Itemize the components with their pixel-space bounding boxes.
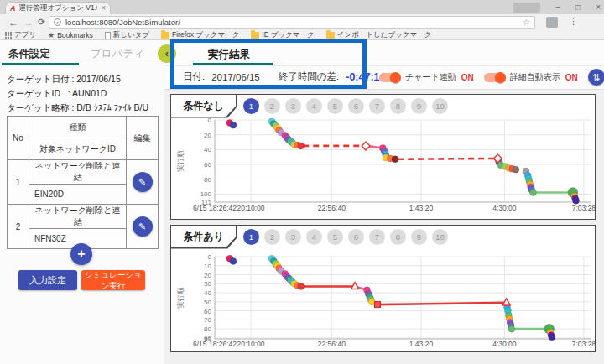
swap-order-button[interactable]: ⇅ [588, 69, 604, 86]
panel-tab-with-condition: 条件あり [170, 225, 237, 249]
window-close-button[interactable]: × [596, 3, 601, 12]
diff-label: 終了時間の差: [279, 70, 339, 83]
page-button-1[interactable]: 1 [243, 229, 259, 245]
svg-text:6/15 18:26:42: 6/15 18:26:42 [193, 204, 237, 212]
svg-text:20:10:00: 20:10:00 [237, 204, 264, 212]
back-icon[interactable]: ← [8, 17, 18, 29]
page-button-5[interactable]: 5 [327, 98, 343, 114]
browser-tab[interactable]: A 運行管理オプション V1.0.0 × [5, 2, 111, 14]
page-button-4[interactable]: 4 [306, 229, 322, 245]
window-minimize-button[interactable]: − [555, 3, 560, 12]
svg-text:70: 70 [204, 316, 211, 324]
reload-icon[interactable]: ⟳ [38, 17, 45, 28]
sidebar-tabs: 条件設定 プロパティ [0, 40, 164, 65]
page-button-1[interactable]: 1 [243, 98, 259, 114]
toggle-knob [495, 72, 506, 83]
svg-text:50: 50 [204, 299, 211, 306]
page-button-8[interactable]: 8 [390, 229, 406, 245]
collapse-sidebar-button[interactable]: ‹ [158, 44, 176, 63]
profile-button[interactable] [513, 3, 540, 13]
bookmark-bookmarks[interactable]: ★ Bookmarks [48, 31, 93, 39]
toggle-knob [390, 72, 401, 83]
results-header: ‹ 実行結果 日付: 2017/06/15 終了時間の差: -0:47:14 チ… [164, 40, 604, 90]
window-restore-button[interactable]: □ [575, 3, 581, 12]
add-condition-button[interactable]: + [70, 243, 92, 265]
condition-table: No 種類 編集 対象ネットワークID 1 ネットワーク削除と連結 ✎ EIN2… [7, 116, 159, 249]
site-info-icon[interactable]: i [54, 18, 61, 26]
date-label: 日付: [183, 70, 205, 83]
page-button-2[interactable]: 2 [264, 98, 280, 114]
edit-row-1-button[interactable]: ✎ [133, 172, 153, 192]
page-button-9[interactable]: 9 [411, 229, 427, 245]
input-settings-button[interactable]: 入力設定 [18, 270, 77, 290]
page-button-7[interactable]: 7 [369, 98, 385, 114]
svg-text:20:10:00: 20:10:00 [237, 340, 264, 348]
bookmark-folder-ie[interactable]: IE ブックマーク [251, 30, 314, 40]
active-tab-underline [2, 63, 79, 65]
page-button-10[interactable]: 10 [432, 229, 448, 245]
detail-auto-state: ON [565, 73, 578, 82]
target-abbr-value: D/B ｼｽﾃﾑ ﾌｧｲﾙ B/U [76, 102, 148, 112]
detail-auto-label: 詳細自動表示 [510, 71, 560, 83]
header-divider [164, 65, 604, 66]
panel-tab-no-condition: 条件なし [170, 94, 237, 118]
bookmark-star-icon[interactable]: ☆ [523, 18, 530, 27]
run-simulation-button[interactable]: シミュレーション実行 [81, 270, 145, 290]
page-button-10[interactable]: 10 [432, 98, 448, 114]
pager-with-condition: 12345678910 [243, 229, 448, 245]
pencil-icon: ✎ [138, 177, 146, 187]
folder-icon [326, 32, 335, 39]
bookmark-folder-firefox[interactable]: Firefox ブックマーク [161, 30, 239, 40]
chart-with-condition[interactable]: 0102030405060708090916/15 18:26:4220:10:… [173, 249, 595, 351]
plus-icon: + [77, 247, 85, 261]
page-button-4[interactable]: 4 [306, 98, 322, 114]
page-button-8[interactable]: 8 [390, 98, 406, 114]
edit-row-2-button[interactable]: ✎ [133, 216, 153, 237]
tab-properties[interactable]: プロパティ [91, 47, 144, 61]
forward-icon[interactable]: → [23, 17, 34, 29]
svg-text:0: 0 [208, 253, 212, 261]
condition-sidebar: 条件設定 プロパティ ターゲット日付 : 2017/06/15 ターゲットID … [0, 40, 164, 364]
tab-close-icon[interactable]: × [101, 4, 106, 13]
svg-text:0: 0 [208, 118, 212, 124]
svg-text:7:03:28: 7:03:28 [572, 204, 595, 212]
svg-text:20: 20 [204, 272, 211, 279]
extension-icon[interactable] [546, 17, 558, 28]
page-button-3[interactable]: 3 [285, 98, 301, 114]
page-button-6[interactable]: 6 [348, 98, 364, 114]
svg-text:100: 100 [200, 190, 212, 198]
col-header-edit: 編集 [127, 117, 159, 160]
page-button-9[interactable]: 9 [411, 98, 427, 114]
col-header-type: 種類 [29, 117, 127, 138]
address-bar[interactable]: i localhost:8080/JobNetSimulator/ ☆ [49, 16, 535, 29]
target-date-row: ターゲット日付 : 2017/06/15 [7, 72, 161, 86]
tab-condition-settings[interactable]: 条件設定 [8, 47, 50, 61]
chevron-left-icon: ‹ [165, 47, 169, 60]
tab-execution-results[interactable]: 実行結果 [208, 48, 250, 62]
browser-menu-icon[interactable]: ⋮ [569, 16, 578, 27]
page-button-3[interactable]: 3 [285, 229, 301, 245]
svg-text:40: 40 [204, 289, 211, 297]
svg-text:60: 60 [204, 161, 211, 169]
page-button-7[interactable]: 7 [369, 229, 385, 245]
page-button-2[interactable]: 2 [264, 229, 280, 245]
bookmark-folder-imported[interactable]: インポートしたブックマーク [326, 30, 432, 40]
swap-vertical-icon: ⇅ [592, 72, 600, 82]
svg-text:30: 30 [204, 280, 211, 288]
browser-toolbar: ← → ⟳ i localhost:8080/JobNetSimulator/ … [0, 14, 604, 31]
folder-icon [251, 32, 259, 39]
screen: A 運行管理オプション V1.0.0 × − □ × ← → ⟳ i local… [0, 0, 604, 364]
row-1-network: EIN20D [29, 185, 127, 205]
svg-text:7:03:28: 7:03:28 [572, 340, 595, 348]
bookmark-apps[interactable]: アプリ [5, 30, 36, 40]
chart-link-toggle[interactable] [379, 73, 400, 82]
bookmark-new-tab[interactable]: 新しいタブ [105, 30, 149, 40]
svg-text:22:56:40: 22:56:40 [318, 340, 346, 348]
chart-no-condition[interactable]: 0204060801001116/15 18:26:4220:10:0022:5… [173, 118, 595, 214]
svg-text:22:56:40: 22:56:40 [318, 204, 346, 212]
page-button-6[interactable]: 6 [348, 229, 364, 245]
page-button-5[interactable]: 5 [327, 229, 343, 245]
detail-auto-toggle[interactable] [484, 73, 505, 82]
col-header-network: 対象ネットワークID [29, 138, 127, 160]
chart-link-state: ON [461, 73, 474, 82]
